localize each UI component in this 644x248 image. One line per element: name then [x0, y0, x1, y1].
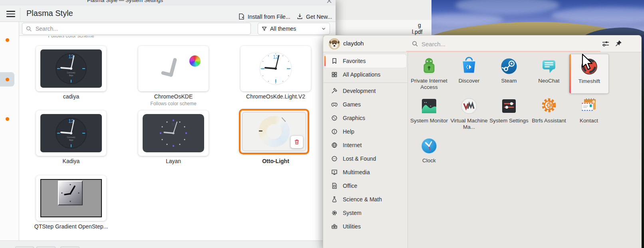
svg-text:B: B: [550, 106, 552, 109]
app-label: System Monitor: [407, 118, 451, 124]
theme-search-field[interactable]: [22, 23, 251, 35]
sidebar-item-all-applications[interactable]: All Applications: [323, 68, 407, 81]
sidebar-label: Lost & Found: [343, 155, 376, 162]
theme-card-otto-light[interactable]: [239, 109, 309, 154]
filter-funnel-icon: [261, 26, 267, 32]
install-from-file-button[interactable]: Install from File...: [238, 13, 290, 20]
hammer-icon: [331, 88, 338, 94]
titlebar[interactable]: Plasma Style — System Settings: [0, 0, 336, 6]
hamburger-menu-icon[interactable]: [5, 8, 16, 20]
sidebar-item-games[interactable]: Games: [323, 98, 407, 111]
app-system-monitor[interactable]: System Monitor: [409, 94, 449, 134]
sidebar-item-graphics[interactable]: Graphics: [323, 111, 407, 125]
theme-card-kadiya[interactable]: 12ConnealyBaja: [36, 110, 106, 156]
theme-name: cadiya: [27, 93, 115, 100]
delete-theme-button[interactable]: [290, 136, 303, 148]
sidebar-label: Multimedia: [343, 169, 370, 175]
get-new-button[interactable]: Get New...: [296, 13, 332, 20]
orange-dot-icon[interactable]: [6, 38, 9, 42]
theme-name: ChromeOsKde.Light.V2: [232, 93, 320, 100]
svg-text:Baja: Baja: [69, 139, 73, 141]
footer-button[interactable]: [36, 246, 56, 248]
app-virtual-machine-manager[interactable]: Virtual Machine Ma...: [449, 94, 489, 134]
sidebar-item-help[interactable]: Help: [323, 125, 407, 138]
launcher-sidebar: Favorites All Applications Development G…: [323, 52, 408, 248]
orange-dot-icon[interactable]: [6, 78, 9, 81]
sidebar-item-multimedia[interactable]: Multimedia: [323, 165, 407, 179]
theme-name: Layan: [129, 158, 217, 164]
app-label: Steam: [487, 78, 531, 84]
theme-card-qtstep[interactable]: [36, 175, 106, 221]
system-settings-window: Plasma Style — System Settings Plasma St…: [0, 0, 336, 248]
wallpaper-right-sliver: [642, 35, 644, 248]
app-label: Private Internet Access: [407, 78, 451, 91]
info-icon: [331, 128, 338, 135]
trash-icon: [294, 139, 300, 145]
pin-icon[interactable]: [614, 39, 622, 47]
mouse-cursor: [580, 53, 596, 72]
launcher-search-input[interactable]: [421, 39, 541, 49]
favorites-grid: Private Internet Access Discover Steam: [408, 52, 641, 248]
sidebar-label: Development: [343, 88, 376, 94]
app-kontact[interactable]: Kontact: [569, 94, 609, 134]
app-private-internet-access[interactable]: Private Internet Access: [409, 54, 449, 94]
sidebar-item-development[interactable]: Development: [323, 84, 407, 98]
search-underline: [406, 51, 600, 51]
app-label: Kontact: [567, 118, 610, 124]
chevron-down-icon: [321, 26, 326, 31]
sidebar-item-science-math[interactable]: Science & Math: [323, 193, 407, 206]
background-window: g l.pdf: [336, 0, 431, 36]
theme-name: Kadiya: [27, 158, 115, 164]
configure-sliders-icon[interactable]: [602, 40, 610, 48]
sidebar-item-system[interactable]: System: [323, 206, 407, 220]
svg-text:Connealy: Connealy: [67, 136, 76, 138]
sidebar-label: Office: [343, 183, 357, 189]
app-steam[interactable]: Steam: [489, 54, 529, 94]
sidebar-item-utilities[interactable]: Utilities: [323, 220, 407, 233]
theme-subtitle: Follows color scheme: [129, 101, 217, 106]
desktop: g l.pdf Plasma Style — System Settings P…: [0, 0, 644, 248]
theme-filter-dropdown[interactable]: All themes: [258, 23, 330, 35]
theme-card-chromeoskde-light-v2[interactable]: 12: [241, 46, 311, 91]
grid-icon: [331, 71, 338, 78]
app-discover[interactable]: Discover: [449, 54, 489, 94]
sidebar-item-office[interactable]: Office: [323, 179, 407, 193]
theme-name: QTStep Gradient OpenStep...: [27, 223, 115, 230]
svg-text:Connealy: Connealy: [67, 71, 76, 74]
filter-row: All themes: [19, 22, 336, 36]
app-btrfs-assistant[interactable]: BB Btrfs Assistant: [529, 94, 569, 134]
sidebar-item-favorites[interactable]: Favorites: [324, 54, 406, 68]
desktop-wallpaper: [431, 0, 644, 38]
kontact-icon: [579, 96, 598, 116]
sidebar-item-internet[interactable]: Internet: [323, 138, 407, 152]
user-avatar[interactable]: [329, 38, 340, 49]
app-clock[interactable]: Clock: [409, 134, 449, 173]
background-text-fragment: g: [418, 22, 421, 28]
app-label: Virtual Machine Ma...: [447, 118, 491, 130]
sidebar-label: Science & Math: [343, 196, 382, 203]
footer-button[interactable]: [60, 246, 80, 248]
theme-search-input[interactable]: [35, 25, 237, 32]
document-icon: [331, 183, 338, 189]
theme-card-chromeoskde[interactable]: [138, 46, 209, 91]
file-import-icon: [238, 13, 245, 20]
app-system-settings[interactable]: System Settings: [489, 94, 529, 134]
app-neochat[interactable]: NeoChat: [529, 54, 569, 94]
theme-card-cadiya[interactable]: 12ConnealyBaja: [36, 46, 106, 91]
theme-card-layan[interactable]: 12: [138, 110, 209, 156]
chromeoskde-light-v2-preview: 12: [241, 46, 311, 91]
sidebar-label: Help: [343, 128, 354, 135]
clock-icon: [419, 136, 439, 155]
orange-dot-icon[interactable]: [6, 117, 9, 121]
footer-button[interactable]: [15, 246, 34, 248]
sidebar-label: Favorites: [343, 58, 366, 64]
sidebar-label: System: [343, 210, 362, 216]
search-icon: [412, 41, 418, 47]
sidebar-item-lost-found[interactable]: Lost & Found: [323, 152, 407, 165]
theme-name-selected: Otto-Light: [232, 158, 320, 164]
toolbox-icon: [331, 223, 338, 230]
username: claydoh: [343, 40, 364, 47]
chromeoskde-preview: [138, 46, 209, 91]
close-icon[interactable]: [326, 0, 332, 4]
svg-text:Baja: Baja: [69, 74, 73, 77]
